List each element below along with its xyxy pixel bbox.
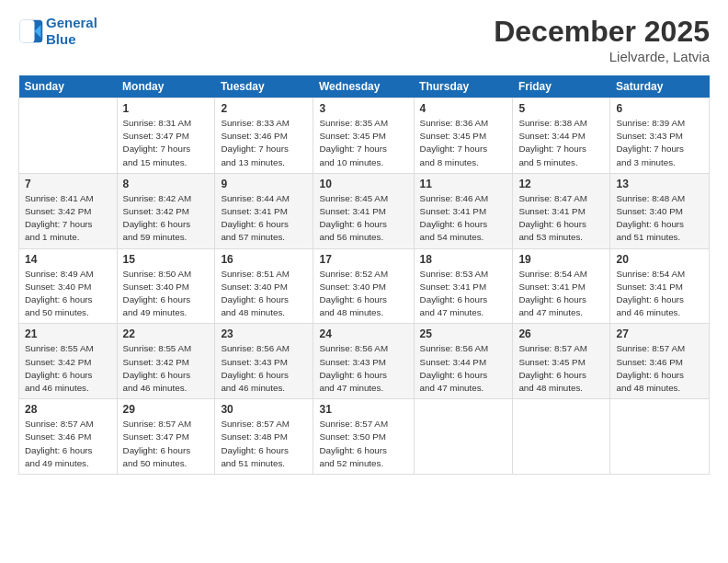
cell-details: Sunrise: 8:56 AM Sunset: 3:44 PM Dayligh… <box>420 342 507 395</box>
calendar-cell: 5Sunrise: 8:38 AM Sunset: 3:44 PM Daylig… <box>513 98 610 174</box>
day-number: 4 <box>420 102 507 115</box>
calendar-cell: 12Sunrise: 8:47 AM Sunset: 3:41 PM Dayli… <box>513 173 610 248</box>
day-number: 18 <box>420 253 507 266</box>
calendar-week-row: 14Sunrise: 8:49 AM Sunset: 3:40 PM Dayli… <box>19 248 710 324</box>
cell-details: Sunrise: 8:57 AM Sunset: 3:50 PM Dayligh… <box>319 418 407 470</box>
day-number: 16 <box>221 253 307 266</box>
cell-details: Sunrise: 8:52 AM Sunset: 3:40 PM Dayligh… <box>319 268 407 320</box>
cell-details: Sunrise: 8:49 AM Sunset: 3:40 PM Dayligh… <box>25 268 111 320</box>
day-number: 8 <box>123 178 210 190</box>
calendar-week-row: 7Sunrise: 8:41 AM Sunset: 3:42 PM Daylig… <box>19 173 710 248</box>
day-number: 1 <box>123 102 210 115</box>
weekday-header: Sunday <box>19 75 118 98</box>
cell-details: Sunrise: 8:57 AM Sunset: 3:46 PM Dayligh… <box>25 418 111 470</box>
day-number: 15 <box>123 253 210 266</box>
calendar-cell: 8Sunrise: 8:42 AM Sunset: 3:42 PM Daylig… <box>117 173 215 248</box>
cell-details: Sunrise: 8:41 AM Sunset: 3:42 PM Dayligh… <box>25 192 111 245</box>
day-number: 13 <box>616 178 703 190</box>
cell-details: Sunrise: 8:57 AM Sunset: 3:47 PM Dayligh… <box>123 418 210 470</box>
calendar-cell: 7Sunrise: 8:41 AM Sunset: 3:42 PM Daylig… <box>19 173 118 248</box>
calendar-cell: 27Sunrise: 8:57 AM Sunset: 3:46 PM Dayli… <box>610 324 710 399</box>
weekday-header: Monday <box>117 75 215 98</box>
calendar-cell: 25Sunrise: 8:56 AM Sunset: 3:44 PM Dayli… <box>414 324 513 399</box>
logo-icon <box>18 18 44 44</box>
cell-details: Sunrise: 8:31 AM Sunset: 3:47 PM Dayligh… <box>123 117 210 169</box>
calendar-cell: 19Sunrise: 8:54 AM Sunset: 3:41 PM Dayli… <box>513 248 610 324</box>
day-number: 11 <box>420 178 507 190</box>
calendar-cell: 10Sunrise: 8:45 AM Sunset: 3:41 PM Dayli… <box>313 173 414 248</box>
day-number: 3 <box>319 102 407 115</box>
day-number: 7 <box>25 178 111 190</box>
day-number: 25 <box>420 327 507 340</box>
day-number: 14 <box>25 253 111 266</box>
cell-details: Sunrise: 8:35 AM Sunset: 3:45 PM Dayligh… <box>319 117 407 169</box>
cell-details: Sunrise: 8:51 AM Sunset: 3:40 PM Dayligh… <box>221 268 307 320</box>
day-number: 12 <box>518 178 604 190</box>
calendar-cell: 18Sunrise: 8:53 AM Sunset: 3:41 PM Dayli… <box>414 248 513 324</box>
calendar-cell: 21Sunrise: 8:55 AM Sunset: 3:42 PM Dayli… <box>19 324 118 399</box>
cell-details: Sunrise: 8:56 AM Sunset: 3:43 PM Dayligh… <box>319 342 407 395</box>
day-number: 21 <box>25 327 111 340</box>
location: Lielvarde, Latvia <box>494 49 710 64</box>
calendar-cell: 13Sunrise: 8:48 AM Sunset: 3:40 PM Dayli… <box>610 173 710 248</box>
calendar-cell: 15Sunrise: 8:50 AM Sunset: 3:40 PM Dayli… <box>117 248 215 324</box>
day-number: 28 <box>25 403 111 416</box>
month-title: December 2025 <box>494 15 710 49</box>
calendar-cell: 2Sunrise: 8:33 AM Sunset: 3:46 PM Daylig… <box>215 98 313 174</box>
calendar-cell: 17Sunrise: 8:52 AM Sunset: 3:40 PM Dayli… <box>313 248 414 324</box>
calendar-cell: 31Sunrise: 8:57 AM Sunset: 3:50 PM Dayli… <box>313 399 414 475</box>
day-number: 26 <box>518 327 604 340</box>
calendar-cell: 9Sunrise: 8:44 AM Sunset: 3:41 PM Daylig… <box>215 173 313 248</box>
cell-details: Sunrise: 8:45 AM Sunset: 3:41 PM Dayligh… <box>319 192 407 245</box>
cell-details: Sunrise: 8:57 AM Sunset: 3:46 PM Dayligh… <box>616 342 703 395</box>
calendar-cell: 11Sunrise: 8:46 AM Sunset: 3:41 PM Dayli… <box>414 173 513 248</box>
cell-details: Sunrise: 8:36 AM Sunset: 3:45 PM Dayligh… <box>420 117 507 169</box>
calendar-cell <box>610 399 710 475</box>
cell-details: Sunrise: 8:57 AM Sunset: 3:45 PM Dayligh… <box>518 342 604 395</box>
cell-details: Sunrise: 8:50 AM Sunset: 3:40 PM Dayligh… <box>123 268 210 320</box>
calendar-cell: 14Sunrise: 8:49 AM Sunset: 3:40 PM Dayli… <box>19 248 118 324</box>
day-number: 27 <box>616 327 703 340</box>
cell-details: Sunrise: 8:39 AM Sunset: 3:43 PM Dayligh… <box>616 117 703 169</box>
weekday-header: Saturday <box>610 75 710 98</box>
calendar-cell <box>414 399 513 475</box>
cell-details: Sunrise: 8:56 AM Sunset: 3:43 PM Dayligh… <box>221 342 307 395</box>
day-number: 5 <box>518 102 604 115</box>
day-number: 24 <box>319 327 407 340</box>
header-row: SundayMondayTuesdayWednesdayThursdayFrid… <box>19 75 710 98</box>
cell-details: Sunrise: 8:57 AM Sunset: 3:48 PM Dayligh… <box>221 418 307 470</box>
logo-text: General Blue <box>46 15 97 48</box>
cell-details: Sunrise: 8:54 AM Sunset: 3:41 PM Dayligh… <box>616 268 703 320</box>
cell-details: Sunrise: 8:55 AM Sunset: 3:42 PM Dayligh… <box>25 342 111 395</box>
calendar-cell <box>19 98 118 174</box>
weekday-header: Thursday <box>414 75 513 98</box>
cell-details: Sunrise: 8:44 AM Sunset: 3:41 PM Dayligh… <box>221 192 307 245</box>
cell-details: Sunrise: 8:33 AM Sunset: 3:46 PM Dayligh… <box>221 117 307 169</box>
calendar-cell: 20Sunrise: 8:54 AM Sunset: 3:41 PM Dayli… <box>610 248 710 324</box>
calendar-cell: 3Sunrise: 8:35 AM Sunset: 3:45 PM Daylig… <box>313 98 414 174</box>
calendar-cell: 30Sunrise: 8:57 AM Sunset: 3:48 PM Dayli… <box>215 399 313 475</box>
day-number: 2 <box>221 102 307 115</box>
cell-details: Sunrise: 8:48 AM Sunset: 3:40 PM Dayligh… <box>616 192 703 245</box>
day-number: 20 <box>616 253 703 266</box>
weekday-header: Tuesday <box>215 75 313 98</box>
calendar-table: SundayMondayTuesdayWednesdayThursdayFrid… <box>18 75 710 475</box>
calendar-week-row: 1Sunrise: 8:31 AM Sunset: 3:47 PM Daylig… <box>19 98 710 174</box>
calendar-cell: 6Sunrise: 8:39 AM Sunset: 3:43 PM Daylig… <box>610 98 710 174</box>
day-number: 17 <box>319 253 407 266</box>
day-number: 23 <box>221 327 307 340</box>
day-number: 19 <box>518 253 604 266</box>
cell-details: Sunrise: 8:54 AM Sunset: 3:41 PM Dayligh… <box>518 268 604 320</box>
day-number: 6 <box>616 102 703 115</box>
calendar-cell: 16Sunrise: 8:51 AM Sunset: 3:40 PM Dayli… <box>215 248 313 324</box>
logo: General Blue <box>18 15 97 48</box>
title-block: December 2025 Lielvarde, Latvia <box>494 15 710 64</box>
calendar-week-row: 28Sunrise: 8:57 AM Sunset: 3:46 PM Dayli… <box>19 399 710 475</box>
page: General Blue December 2025 Lielvarde, La… <box>0 0 728 563</box>
cell-details: Sunrise: 8:38 AM Sunset: 3:44 PM Dayligh… <box>518 117 604 169</box>
day-number: 29 <box>123 403 210 416</box>
calendar-cell: 23Sunrise: 8:56 AM Sunset: 3:43 PM Dayli… <box>215 324 313 399</box>
cell-details: Sunrise: 8:53 AM Sunset: 3:41 PM Dayligh… <box>420 268 507 320</box>
day-number: 9 <box>221 178 307 190</box>
calendar-cell: 22Sunrise: 8:55 AM Sunset: 3:42 PM Dayli… <box>117 324 215 399</box>
